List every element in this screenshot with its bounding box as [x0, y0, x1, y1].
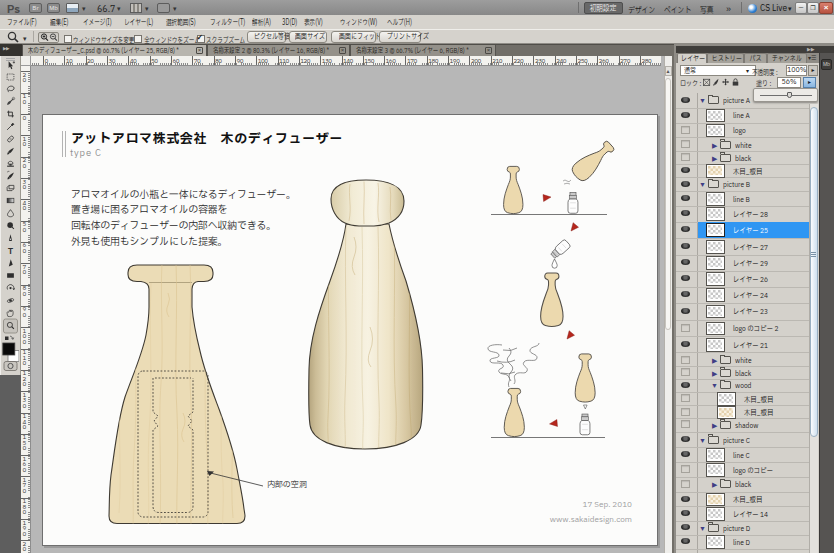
svg-text:T: T	[8, 247, 13, 256]
